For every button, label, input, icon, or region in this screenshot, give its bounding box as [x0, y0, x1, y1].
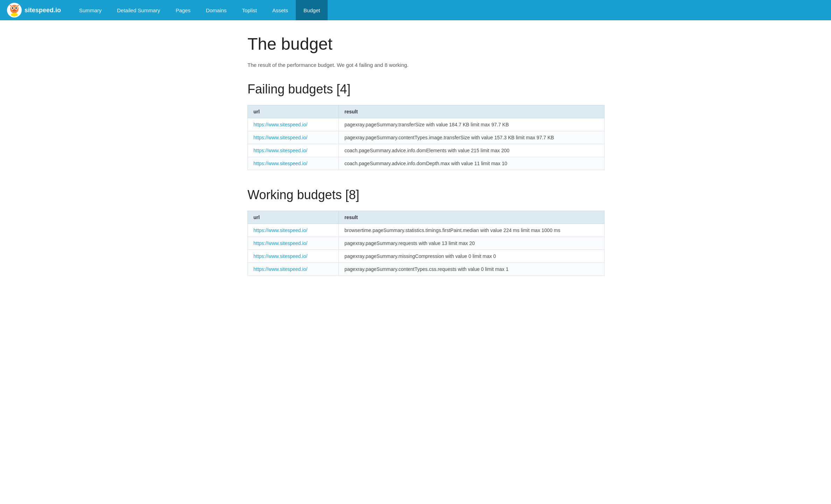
failing-col-result: result — [339, 105, 605, 118]
table-row: https://www.sitespeed.io/ coach.pageSumm… — [248, 144, 605, 157]
working-col-result: result — [339, 211, 605, 224]
working-heading: Working budgets [8] — [247, 188, 605, 202]
nav-logo-text: sitespeed.io — [25, 7, 61, 14]
url-link[interactable]: https://www.sitespeed.io/ — [253, 161, 307, 166]
working-table-header-row: url result — [248, 211, 605, 224]
failing-col-url: url — [248, 105, 339, 118]
table-cell-url: https://www.sitespeed.io/ — [248, 224, 339, 237]
table-cell-result: pagexray.pageSummary.contentTypes.css.re… — [339, 263, 605, 276]
failing-table-header-row: url result — [248, 105, 605, 118]
table-cell-result: pagexray.pageSummary.missingCompression … — [339, 250, 605, 263]
svg-point-5 — [15, 7, 17, 9]
table-row: https://www.sitespeed.io/ pagexray.pageS… — [248, 131, 605, 144]
main-content: The budget The result of the performance… — [205, 20, 626, 314]
failing-heading: Failing budgets [4] — [247, 82, 605, 97]
url-link[interactable]: https://www.sitespeed.io/ — [253, 122, 307, 127]
nav-link-domains[interactable]: Domains — [198, 0, 234, 20]
nav-link-budget[interactable]: Budget — [296, 0, 328, 20]
table-cell-url: https://www.sitespeed.io/ — [248, 144, 339, 157]
table-cell-result: coach.pageSummary.advice.info.domDepth.m… — [339, 157, 605, 170]
svg-point-4 — [12, 7, 13, 9]
table-row: https://www.sitespeed.io/ pagexray.pageS… — [248, 263, 605, 276]
url-link[interactable]: https://www.sitespeed.io/ — [253, 135, 307, 140]
page-subtitle: The result of the performance budget. We… — [247, 62, 605, 68]
svg-point-6 — [13, 9, 16, 12]
nav-link-detailed-summary[interactable]: Detailed Summary — [109, 0, 168, 20]
working-table: url result https://www.sitespeed.io/ bro… — [247, 211, 605, 276]
table-cell-result: coach.pageSummary.advice.info.domElement… — [339, 144, 605, 157]
table-cell-result: pagexray.pageSummary.requests with value… — [339, 237, 605, 250]
working-budgets-section: Working budgets [8] url result https://w… — [247, 188, 605, 276]
nav-link-assets[interactable]: Assets — [265, 0, 296, 20]
url-link[interactable]: https://www.sitespeed.io/ — [253, 148, 307, 153]
table-row: https://www.sitespeed.io/ browsertime.pa… — [248, 224, 605, 237]
table-cell-result: pagexray.pageSummary.transferSize with v… — [339, 118, 605, 131]
table-cell-url: https://www.sitespeed.io/ — [248, 118, 339, 131]
page-title: The budget — [247, 34, 605, 54]
failing-table: url result https://www.sitespeed.io/ pag… — [247, 105, 605, 170]
table-cell-result: pagexray.pageSummary.contentTypes.image.… — [339, 131, 605, 144]
svg-point-10 — [11, 13, 18, 16]
nav-links: SummaryDetailed SummaryPagesDomainsTopli… — [71, 0, 328, 20]
nav-bar: sitespeed.io SummaryDetailed SummaryPage… — [0, 0, 831, 20]
table-row: https://www.sitespeed.io/ coach.pageSumm… — [248, 157, 605, 170]
nav-link-pages[interactable]: Pages — [168, 0, 198, 20]
url-link[interactable]: https://www.sitespeed.io/ — [253, 266, 307, 272]
table-row: https://www.sitespeed.io/ pagexray.pageS… — [248, 237, 605, 250]
table-cell-url: https://www.sitespeed.io/ — [248, 263, 339, 276]
table-cell-url: https://www.sitespeed.io/ — [248, 157, 339, 170]
working-col-url: url — [248, 211, 339, 224]
url-link[interactable]: https://www.sitespeed.io/ — [253, 253, 307, 259]
logo-icon — [7, 3, 22, 18]
url-link[interactable]: https://www.sitespeed.io/ — [253, 240, 307, 246]
nav-logo[interactable]: sitespeed.io — [7, 3, 61, 18]
table-cell-url: https://www.sitespeed.io/ — [248, 131, 339, 144]
failing-budgets-section: Failing budgets [4] url result https://w… — [247, 82, 605, 170]
table-cell-result: browsertime.pageSummary.statistics.timin… — [339, 224, 605, 237]
nav-link-toplist[interactable]: Toplist — [234, 0, 265, 20]
table-cell-url: https://www.sitespeed.io/ — [248, 237, 339, 250]
url-link[interactable]: https://www.sitespeed.io/ — [253, 227, 307, 233]
table-cell-url: https://www.sitespeed.io/ — [248, 250, 339, 263]
table-row: https://www.sitespeed.io/ pagexray.pageS… — [248, 118, 605, 131]
nav-link-summary[interactable]: Summary — [71, 0, 109, 20]
table-row: https://www.sitespeed.io/ pagexray.pageS… — [248, 250, 605, 263]
